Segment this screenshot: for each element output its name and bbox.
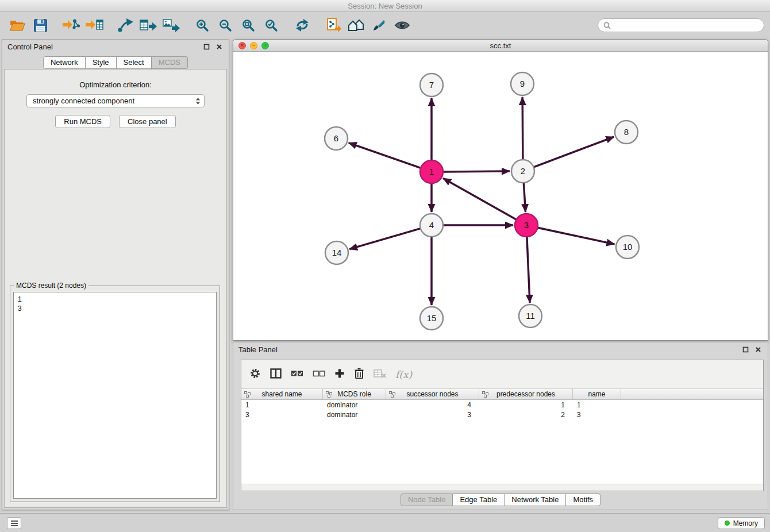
graph-node-label: 6 <box>334 133 338 143</box>
graph-edge[interactable] <box>522 97 523 160</box>
table-row[interactable]: 3dominator323 <box>241 410 763 419</box>
result-line: 3 <box>18 304 212 313</box>
deselect-all-button[interactable] <box>313 369 325 380</box>
tab-node-table[interactable]: Node Table <box>401 494 453 506</box>
zoom-in-button[interactable] <box>191 15 214 36</box>
maximize-window-icon[interactable] <box>261 42 269 49</box>
graph-node[interactable]: 9 <box>511 72 534 95</box>
float-panel-icon[interactable] <box>202 42 211 51</box>
zoom-out-icon <box>218 18 232 32</box>
memory-button[interactable]: Memory <box>718 517 765 529</box>
node-table-body[interactable]: 1dominator4113dominator323 <box>241 400 763 484</box>
search-box[interactable] <box>598 18 764 32</box>
save-session-button[interactable] <box>29 15 52 36</box>
clone-network-button[interactable] <box>322 15 345 36</box>
table-cell: 1 <box>241 400 323 410</box>
tab-motifs[interactable]: Motifs <box>566 494 600 506</box>
graph-node[interactable]: 11 <box>519 304 542 327</box>
network-graph[interactable]: 7968124314101511 <box>233 52 768 340</box>
open-file-button[interactable] <box>6 15 29 36</box>
zoom-out-button[interactable] <box>214 15 237 36</box>
column-header-successor-nodes[interactable]: successor nodes <box>386 389 479 399</box>
network-window-titlebar[interactable]: scc.txt <box>233 40 768 52</box>
column-header-name[interactable]: name <box>573 389 621 399</box>
graph-node[interactable]: 14 <box>325 241 348 264</box>
column-header-predecessor-nodes[interactable]: predecessor nodes <box>479 389 573 399</box>
export-image-button[interactable] <box>160 15 183 36</box>
graph-edge[interactable] <box>349 143 421 168</box>
export-image-icon <box>162 17 180 33</box>
deselect-all-icon <box>313 369 325 378</box>
graph-node[interactable]: 1 <box>420 160 443 183</box>
task-history-button[interactable] <box>7 517 21 529</box>
column-type-icon <box>244 391 251 398</box>
tab-style[interactable]: Style <box>86 56 117 69</box>
search-input[interactable] <box>614 21 759 29</box>
trash-icon <box>354 368 364 379</box>
first-neighbors-button[interactable] <box>345 15 368 36</box>
graph-node[interactable]: 6 <box>325 127 348 150</box>
graph-node[interactable]: 7 <box>420 74 443 97</box>
function-builder-button[interactable]: f(x) <box>395 369 412 380</box>
tab-network-table[interactable]: Network Table <box>505 494 566 506</box>
table-hscrollbar[interactable] <box>241 484 763 491</box>
show-details-button[interactable] <box>391 15 414 36</box>
import-network-button[interactable] <box>60 15 83 36</box>
tab-mcds[interactable]: MCDS <box>152 56 188 69</box>
status-bar: Memory <box>0 513 770 532</box>
zoom-selected-icon <box>264 18 278 32</box>
tab-edge-table[interactable]: Edge Table <box>453 494 505 506</box>
import-table-button[interactable] <box>83 15 106 36</box>
graph-edge[interactable] <box>527 237 530 303</box>
apply-style-button[interactable] <box>368 15 391 36</box>
column-header-mcds-role[interactable]: MCDS role <box>323 389 386 399</box>
close-panel-icon[interactable] <box>214 42 224 51</box>
table-settings-button[interactable] <box>249 368 261 381</box>
table-row[interactable]: 1dominator411 <box>241 400 763 410</box>
graph-edge[interactable] <box>443 171 510 172</box>
graph-node-label: 4 <box>429 220 434 230</box>
close-table-panel-icon[interactable] <box>753 345 763 354</box>
apply-layout-button[interactable] <box>291 15 314 36</box>
select-all-button[interactable] <box>291 369 303 380</box>
memory-status-icon <box>725 521 730 526</box>
minimize-window-icon[interactable] <box>250 42 257 49</box>
criterion-dropdown[interactable]: strongly connected component <box>26 94 205 107</box>
table-panel-header: Table Panel <box>233 342 768 356</box>
export-table-button[interactable] <box>137 15 160 36</box>
gear-icon <box>249 368 261 379</box>
graph-edge[interactable] <box>534 137 614 167</box>
table-cell: 3 <box>241 410 323 419</box>
column-header-shared-name[interactable]: shared name <box>241 389 323 399</box>
graph-node[interactable]: 15 <box>420 307 443 330</box>
zoom-fit-icon <box>241 18 255 32</box>
run-mcds-button[interactable]: Run MCDS <box>55 115 110 128</box>
graph-node[interactable]: 4 <box>420 214 443 237</box>
graph-node[interactable]: 2 <box>511 160 534 183</box>
delete-table-button[interactable] <box>374 368 386 381</box>
delete-columns-button[interactable] <box>354 368 364 381</box>
create-column-button[interactable] <box>334 368 345 381</box>
close-window-icon[interactable] <box>238 42 246 49</box>
graph-node[interactable]: 8 <box>615 121 638 144</box>
graph-node[interactable]: 10 <box>616 236 639 259</box>
close-panel-button[interactable]: Close panel <box>119 115 176 128</box>
tab-select[interactable]: Select <box>117 56 152 69</box>
graph-edge[interactable] <box>523 183 525 212</box>
zoom-selected-button[interactable] <box>260 15 283 36</box>
tab-network[interactable]: Network <box>43 56 86 69</box>
graph-node[interactable]: 3 <box>515 214 538 237</box>
graph-edge[interactable] <box>538 228 615 244</box>
mcds-result-list[interactable]: 13 <box>13 292 217 499</box>
float-table-panel-icon[interactable] <box>741 345 750 354</box>
split-panel-button[interactable] <box>270 368 282 381</box>
zoom-fit-button[interactable] <box>237 15 260 36</box>
graph-edge[interactable] <box>349 229 421 249</box>
graph-node-label: 11 <box>526 311 535 321</box>
graph-edge[interactable] <box>443 178 517 219</box>
table-cell-filler <box>621 410 763 419</box>
export-network-button[interactable] <box>114 15 137 36</box>
table-panel-title: Table Panel <box>238 345 278 354</box>
export-network-icon <box>117 17 134 33</box>
split-panel-icon <box>270 368 282 379</box>
